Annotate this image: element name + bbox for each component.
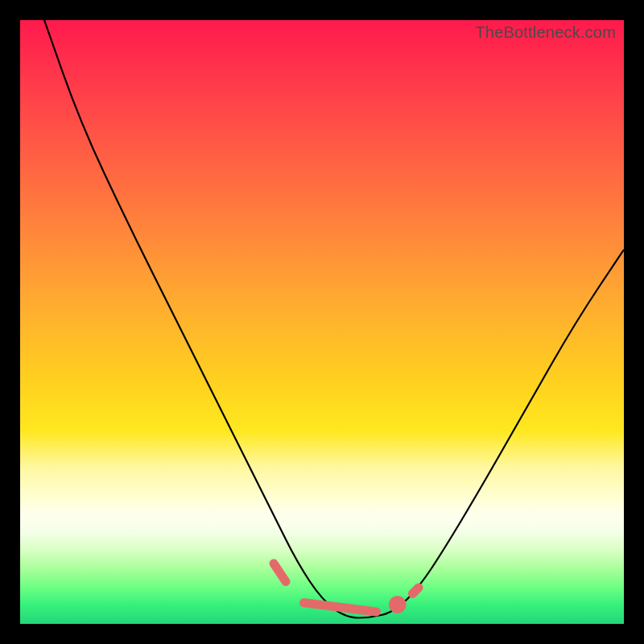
bottleneck-curve xyxy=(44,20,624,618)
marker-segment xyxy=(304,603,377,612)
curve-markers xyxy=(274,564,419,613)
chart-svg xyxy=(20,20,624,624)
marker-segment xyxy=(274,564,286,582)
marker-segment xyxy=(413,588,419,594)
marker-dot xyxy=(389,596,407,613)
chart-plot-area: TheBottleneck.com xyxy=(20,20,624,624)
